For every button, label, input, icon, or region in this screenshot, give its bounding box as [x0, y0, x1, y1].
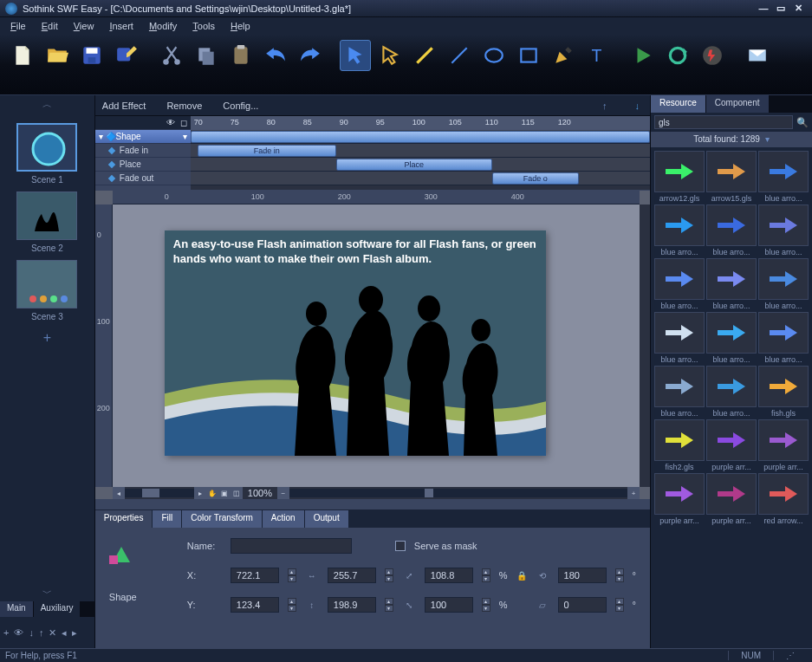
timeline-tracks[interactable]: 707580859095100105110115120 Fade in Plac…: [191, 116, 650, 190]
scroll-right-button[interactable]: ▸: [194, 487, 206, 499]
status-resize-grip[interactable]: ⋰: [773, 651, 807, 660]
rect-tool[interactable]: [513, 40, 544, 71]
oval-tool[interactable]: [478, 40, 510, 71]
zoom-fit-button[interactable]: ▣: [218, 487, 231, 499]
add-scene-button[interactable]: +: [0, 330, 94, 346]
scene-item-3[interactable]: Scene 3: [0, 260, 94, 321]
text-tool[interactable]: T: [582, 40, 614, 71]
scene-item-2[interactable]: Scene 2: [0, 191, 94, 253]
zoom-slider-thumb[interactable]: [425, 489, 433, 497]
maximize-button[interactable]: ▭: [772, 3, 789, 15]
zoom-in-button[interactable]: +: [627, 487, 640, 499]
add-icon[interactable]: +: [3, 627, 9, 638]
resource-item[interactable]: purple arr...: [758, 419, 809, 471]
effect-up-arrow[interactable]: ↑: [599, 101, 611, 111]
h-spinner[interactable]: ▴▾: [385, 598, 393, 612]
track-fadeout-bar[interactable]: Fade o: [492, 172, 579, 185]
remove-effect-button[interactable]: Remove: [166, 101, 202, 111]
menu-tools[interactable]: Tools: [185, 19, 222, 33]
menu-edit[interactable]: Edit: [35, 19, 65, 33]
scaley-input[interactable]: [425, 597, 473, 613]
resource-search-input[interactable]: [654, 115, 793, 129]
save-button[interactable]: [76, 40, 107, 71]
undo-button[interactable]: [260, 40, 291, 71]
zoom-all-button[interactable]: ◫: [231, 487, 243, 499]
move-down-icon[interactable]: ↓: [29, 627, 34, 638]
w-spinner[interactable]: ▴▾: [385, 568, 393, 582]
paste-button[interactable]: [225, 40, 257, 71]
resource-item[interactable]: blue arro...: [654, 258, 705, 310]
menu-help[interactable]: Help: [224, 19, 257, 33]
resource-item[interactable]: blue arro...: [706, 366, 757, 418]
resource-item[interactable]: blue arro...: [706, 258, 757, 310]
layer-shape[interactable]: ▾ 🔷 Shape ▾: [95, 130, 191, 144]
resource-item[interactable]: blue arro...: [654, 204, 705, 256]
width-input[interactable]: [328, 568, 376, 583]
config-effect-button[interactable]: Config...: [223, 101, 258, 111]
next-icon[interactable]: ▸: [72, 627, 77, 639]
subselect-tool[interactable]: [374, 40, 406, 71]
resource-item[interactable]: arrow12.gls: [654, 151, 705, 203]
open-button[interactable]: [42, 40, 73, 71]
copy-button[interactable]: [191, 40, 222, 71]
scale-lock-icon[interactable]: 🔒: [516, 571, 527, 581]
tab-resource[interactable]: Resource: [651, 95, 706, 113]
chevron-down-icon[interactable]: ▾: [765, 132, 770, 147]
sy-spinner[interactable]: ▴▾: [482, 598, 490, 612]
prev-icon[interactable]: ◂: [62, 627, 67, 639]
new-button[interactable]: [7, 40, 38, 71]
layer-fadeout[interactable]: Fade out: [95, 172, 191, 185]
h-scroll-thumb[interactable]: [142, 489, 159, 497]
flash-button[interactable]: [697, 40, 728, 71]
hand-tool-button[interactable]: ✋: [206, 487, 218, 499]
x-spinner[interactable]: ▴▾: [288, 568, 296, 582]
add-effect-button[interactable]: Add Effect: [102, 101, 146, 111]
pencil-tool[interactable]: [409, 40, 440, 71]
scene-item-1[interactable]: Scene 1: [0, 123, 94, 185]
menu-file[interactable]: File: [3, 19, 33, 33]
tab-main[interactable]: Main: [0, 601, 34, 617]
menu-insert[interactable]: Insert: [102, 19, 140, 33]
delete-icon[interactable]: ✕: [49, 627, 56, 639]
menu-view[interactable]: View: [67, 19, 101, 33]
tab-color-transform[interactable]: Color Transform: [182, 510, 263, 528]
track-fadein-bar[interactable]: Fade in: [198, 145, 336, 157]
close-button[interactable]: ✕: [789, 3, 807, 15]
scenes-scroll-up[interactable]: ︿: [0, 95, 94, 113]
zoom-out-button[interactable]: −: [277, 487, 289, 499]
tab-fill[interactable]: Fill: [153, 510, 182, 528]
resource-item[interactable]: blue arro...: [758, 312, 809, 364]
mask-checkbox[interactable]: [395, 541, 406, 551]
resource-item[interactable]: blue arro...: [758, 204, 809, 256]
resource-item[interactable]: red arrow...: [758, 473, 809, 525]
resource-item[interactable]: fish.gls: [758, 366, 809, 418]
resource-item[interactable]: purple arr...: [654, 473, 705, 525]
skew-spinner[interactable]: ▴▾: [615, 598, 624, 612]
resource-item[interactable]: fish2.gls: [654, 419, 705, 471]
resource-item[interactable]: arrow15.gls: [706, 151, 757, 203]
mail-button[interactable]: [742, 40, 773, 71]
resource-item[interactable]: blue arro...: [654, 366, 705, 418]
arrow-tool[interactable]: [340, 40, 371, 71]
y-spinner[interactable]: ▴▾: [288, 598, 296, 612]
name-input[interactable]: [231, 538, 352, 554]
menu-modify[interactable]: Modify: [142, 19, 184, 33]
lock-icon[interactable]: ◻: [180, 118, 187, 127]
resource-item[interactable]: blue arro...: [758, 258, 809, 310]
vertical-scrollbar[interactable]: [640, 204, 650, 487]
sx-spinner[interactable]: ▴▾: [482, 568, 490, 582]
resource-item[interactable]: blue arro...: [654, 312, 705, 364]
resource-item[interactable]: blue arro...: [706, 312, 757, 364]
tab-properties[interactable]: Properties: [95, 510, 153, 528]
eye-icon[interactable]: 👁: [166, 118, 175, 127]
resource-item[interactable]: blue arro...: [758, 151, 809, 203]
skew-input[interactable]: [558, 597, 607, 613]
layer-place[interactable]: Place: [95, 158, 191, 172]
scroll-left-button[interactable]: ◂: [113, 487, 125, 499]
line-tool[interactable]: [444, 40, 475, 71]
rot-spinner[interactable]: ▴▾: [615, 568, 624, 582]
tab-component[interactable]: Component: [706, 95, 770, 113]
move-up-icon[interactable]: ↑: [39, 627, 44, 638]
redo-button[interactable]: [295, 40, 326, 71]
x-input[interactable]: [231, 568, 279, 583]
